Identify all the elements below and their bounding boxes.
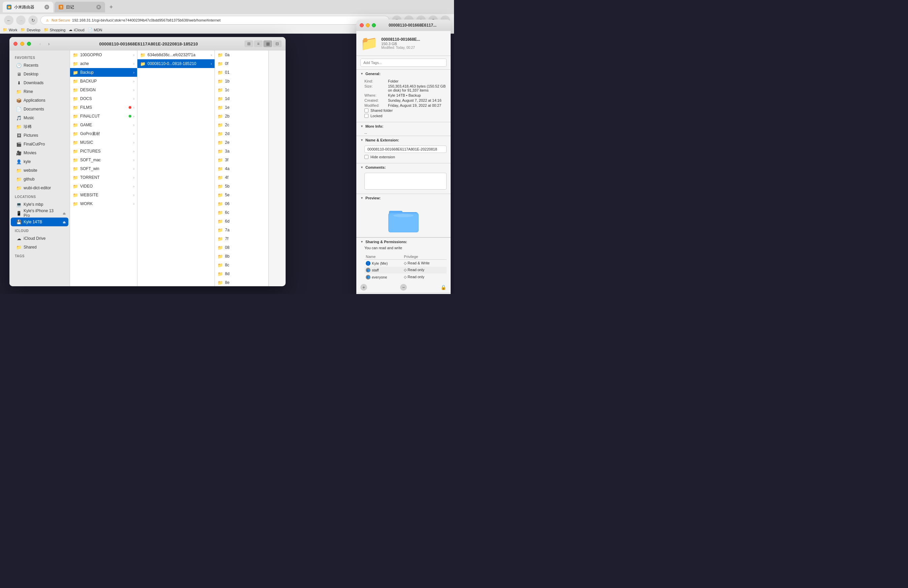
sidebar-item-shared[interactable]: 📁 Shared — [11, 243, 68, 251]
forward-button[interactable]: → — [16, 16, 26, 25]
col1-item-finalcut[interactable]: 📁 FINALCUT › — [70, 112, 137, 121]
bookmark-develop[interactable]: 📁 Develop — [21, 27, 40, 32]
close-button[interactable] — [13, 42, 18, 46]
col1-item-100gopro[interactable]: 📁 100GOPRO › — [70, 50, 137, 59]
col3-item-0a[interactable]: 📁 0a — [215, 50, 269, 59]
sidebar-item-recents[interactable]: 🕐 Recents — [11, 61, 68, 70]
info-preview-header[interactable]: ▼ Preview: — [356, 194, 451, 202]
col1-item-website[interactable]: 📁 WEBSITE › — [70, 191, 137, 199]
col3-item-6c[interactable]: 📁 6c — [215, 208, 269, 217]
name-extension-input[interactable] — [364, 145, 447, 153]
sidebar-item-finalcutpro[interactable]: 🎬 FinalCutPro — [11, 140, 68, 148]
col3-item-3f[interactable]: 📁 3f — [215, 156, 269, 164]
gallery-view-button[interactable]: ⊟ — [273, 40, 282, 47]
col2-item-1[interactable]: 📁 634eb8d36c...efc0232f71a › — [137, 50, 214, 59]
sidebar-item-pictures[interactable]: 🖼 Pictures — [11, 131, 68, 140]
add-user-button[interactable]: + — [361, 284, 367, 291]
sidebar-item-desktop[interactable]: 🖥 Desktop — [11, 70, 68, 79]
iphone-eject-icon[interactable]: ⏏ — [63, 211, 66, 215]
col3-item-2c[interactable]: 📁 2c — [215, 121, 269, 129]
sidebar-item-icloud-drive[interactable]: ☁ iCloud Drive — [11, 234, 68, 243]
info-general-header[interactable]: ▼ General: — [356, 70, 451, 78]
col3-item-5b[interactable]: 📁 5b — [215, 182, 269, 191]
sidebar-item-rime[interactable]: 📁 Rime — [11, 87, 68, 96]
finder-back-button[interactable]: ‹ — [36, 40, 44, 47]
tab-close-1[interactable]: ✕ — [45, 5, 49, 10]
back-button[interactable]: ← — [4, 16, 13, 25]
col3-item-2e[interactable]: 📁 2e — [215, 138, 269, 147]
kyle14tb-eject-icon[interactable]: ⏏ — [63, 220, 66, 224]
tab-xiaomi[interactable]: 📶 小米路由器 ✕ — [3, 2, 53, 13]
sidebar-item-applications[interactable]: 📦 Applications — [11, 96, 68, 105]
col3-item-5e[interactable]: 📁 5e — [215, 191, 269, 199]
col1-item-pictures[interactable]: 📁 PICTURES › — [70, 147, 137, 156]
col3-item-1e[interactable]: 📁 1e — [215, 103, 269, 112]
bookmark-shopping[interactable]: 📁 Shopping — [44, 27, 66, 32]
col1-item-soft-mac[interactable]: 📁 SOFT_mac › — [70, 156, 137, 164]
col3-item-3a[interactable]: 📁 3a — [215, 147, 269, 156]
sidebar-item-kyles-mbp[interactable]: 💻 Kyle's mbp — [11, 200, 68, 209]
col3-item-4f[interactable]: 📁 4f — [215, 173, 269, 182]
col1-item-docs[interactable]: 📁 DOCS › — [70, 94, 137, 103]
lock-permissions-button[interactable]: 🔒 — [440, 284, 447, 291]
refresh-button[interactable]: ↻ — [28, 16, 38, 25]
sidebar-item-wubi[interactable]: 📁 wubi-dict-editor — [11, 184, 68, 192]
col3-item-8b[interactable]: 📁 8b — [215, 252, 269, 261]
sidebar-item-music[interactable]: 🎵 Music — [11, 113, 68, 122]
col1-item-films[interactable]: 📁 FILMS › — [70, 103, 137, 112]
col3-item-4a[interactable]: 📁 4a — [215, 164, 269, 173]
info-comments-header[interactable]: ▼ Comments: — [356, 163, 451, 171]
info-more-header[interactable]: ▼ More Info: — [356, 122, 451, 130]
address-input[interactable]: ⚠ Not Secure 192.168.31.1/cgi-bin/luci/;… — [40, 16, 390, 24]
sidebar-item-iphone13[interactable]: 📱 Kyle's iPhone 13 Pro ⏏ — [11, 209, 68, 217]
bookmark-icloud[interactable]: ☁ iCloud — [69, 27, 84, 32]
info-sharing-header[interactable]: ▼ Sharing & Permissions: — [356, 238, 451, 246]
col1-item-gopro--[interactable]: 📁 GoPro素材 › — [70, 129, 137, 138]
sidebar-item-zhenxi[interactable]: 📁 珍稀 — [11, 122, 68, 131]
col3-item-7f[interactable]: 📁 7f — [215, 234, 269, 243]
col3-item-6d[interactable]: 📁 6d — [215, 217, 269, 226]
sidebar-item-website[interactable]: 📁 website — [11, 166, 68, 175]
bookmark-work[interactable]: 📁 Work — [3, 27, 17, 32]
info-minimize-button[interactable] — [366, 23, 370, 27]
col3-item-1d[interactable]: 📁 1d — [215, 94, 269, 103]
shared-folder-checkbox[interactable] — [364, 108, 369, 113]
locked-checkbox[interactable] — [364, 114, 369, 118]
col2-item-2[interactable]: 📁 00008110-0...0818-185210 › — [137, 59, 214, 68]
list-view-button[interactable]: ≡ — [254, 40, 263, 47]
col3-item-8c[interactable]: 📁 8c — [215, 261, 269, 269]
col1-item-music[interactable]: 📁 MUSIC › — [70, 138, 137, 147]
col1-item-soft-win[interactable]: 📁 SOFT_win › — [70, 164, 137, 173]
col3-item-2d[interactable]: 📁 2d — [215, 129, 269, 138]
col3-item-1c[interactable]: 📁 1c — [215, 85, 269, 94]
sidebar-item-movies[interactable]: 🎥 Movies — [11, 148, 68, 157]
col1-item-design[interactable]: 📁 DESIGN › — [70, 85, 137, 94]
col3-item-2b[interactable]: 📁 2b — [215, 112, 269, 121]
sidebar-item-kyle14tb[interactable]: 💾 Kyle 14TB ⏏ — [11, 217, 68, 226]
comments-textarea[interactable] — [364, 173, 447, 190]
new-tab-button[interactable]: + — [106, 2, 116, 12]
col3-item-0f[interactable]: 📁 0f — [215, 59, 269, 68]
col1-item-backup[interactable]: 📁 BACKUP › — [70, 77, 137, 85]
info-maximize-button[interactable] — [372, 23, 376, 27]
bookmark-mdn[interactable]: 📄 MDN — [88, 27, 102, 32]
minimize-button[interactable] — [20, 42, 24, 46]
col1-item-work[interactable]: 📁 WORK › — [70, 199, 137, 208]
col3-item-7a[interactable]: 📁 7a — [215, 226, 269, 234]
maximize-button[interactable] — [27, 42, 31, 46]
col1-item-backup[interactable]: 📁 Backup › — [70, 68, 137, 77]
info-name-header[interactable]: ▼ Name & Extension: — [356, 136, 451, 144]
tab-diary[interactable]: 📔 日记 ✕ — [55, 2, 105, 13]
tab-close-2[interactable]: ✕ — [96, 5, 101, 10]
col1-item-game[interactable]: 📁 GAME › — [70, 121, 137, 129]
col3-item-01[interactable]: 📁 01 — [215, 68, 269, 77]
col3-item-06[interactable]: 📁 06 — [215, 199, 269, 208]
col3-item-8d[interactable]: 📁 8d — [215, 269, 269, 278]
sidebar-item-kyle[interactable]: 👤 kyle — [11, 157, 68, 166]
remove-user-button[interactable]: − — [400, 284, 407, 291]
address-url[interactable]: 192.168.31.1/cgi-bin/luci/;stok=e7440023… — [72, 18, 221, 22]
col3-item-08[interactable]: 📁 08 — [215, 243, 269, 252]
sidebar-item-downloads[interactable]: ⬇ Downloads — [11, 79, 68, 87]
column-view-button[interactable]: ▦ — [263, 40, 272, 47]
info-tags-input[interactable] — [361, 59, 447, 67]
